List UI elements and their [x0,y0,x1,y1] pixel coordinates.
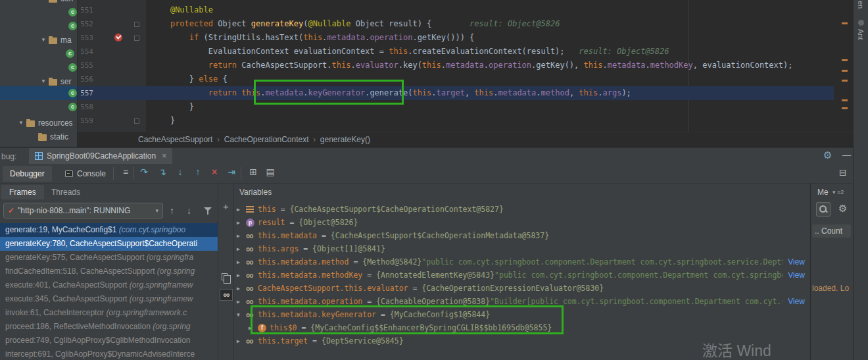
chevron-expanded-icon[interactable]: ▼ [41,37,46,43]
drop-frame-icon[interactable]: × [207,167,222,177]
code-line-553[interactable]: 553 if (StringUtils.hasText(this.metadat… [78,31,834,45]
view-options-icon[interactable]: ≡ [118,167,133,177]
tab-debugger[interactable]: Debugger [3,166,52,182]
code-line-551[interactable]: 551 @Nullable [78,3,834,17]
add-watch-icon[interactable]: + [223,201,229,212]
tree-item-ma[interactable]: ▼ma [0,33,78,47]
thread-selector-dropdown[interactable]: ✓ "http-nio-808...main": RUNNING ▾ [3,203,163,219]
tab-frames[interactable]: Frames [1,185,44,199]
breadcrumb-item-class[interactable]: CacheAspectSupport [138,135,212,144]
tree-item-class-file[interactable]: c [0,47,78,61]
tab-console[interactable]: Console [58,166,113,182]
hide-panel-icon[interactable]: — [842,150,851,160]
variable-name: this [258,205,276,214]
chevron-expanded-icon[interactable]: ▼ [18,120,24,126]
stack-frame[interactable]: findCachedItem:518, CacheAspectSupport (… [0,265,218,278]
frame-package: (org.spring [153,322,190,331]
view-link[interactable]: View [783,270,805,280]
code-line-555[interactable]: 555 return CacheAspectSupport.this.evalu… [78,59,834,72]
variable-row[interactable]: ▶oothis.metadata.method = {Method@5842} … [234,255,810,269]
breadcrumb-item-inner-class[interactable]: CacheOperationContext [212,135,308,144]
breakpoint-icon[interactable] [114,34,122,41]
tool-button-ant[interactable]: Ant [857,29,865,40]
stack-frame[interactable]: generateKey:575, CacheAspectSupport (org… [0,251,218,265]
tree-item-con[interactable]: ▼con [0,0,78,5]
view-link[interactable]: View [783,257,805,267]
expand-arrow-icon[interactable]: ▶ [237,286,246,292]
search-box[interactable] [816,202,831,217]
editor-scrollbar[interactable] [834,0,853,132]
expand-arrow-icon[interactable]: ▶ [237,233,246,239]
previous-frame-icon[interactable]: ↑ [170,205,174,216]
code-line-557[interactable]: 557 return this.metadata.keyGenerator.ge… [78,86,834,100]
expand-arrow-icon[interactable]: ▶ [237,246,246,252]
tree-item-resources[interactable]: ▼resources [0,116,78,130]
code-line-554[interactable]: 554 EvaluationContext evaluationContext … [78,45,834,59]
expand-arrow-icon[interactable]: ▶ [237,272,246,278]
evaluate-expression-icon[interactable]: ⊞ [246,167,260,177]
variable-row[interactable]: ▶oothis.args = {Object[1]@5841} [234,242,810,255]
expand-arrow-icon[interactable]: ▶ [237,259,246,265]
show-execution-point-icon[interactable]: ↷ [137,167,151,177]
fold-marker-icon[interactable] [134,118,139,124]
view-link[interactable]: View [783,297,805,306]
gear-icon[interactable]: ⚙ [838,203,847,215]
step-out-icon[interactable]: ↑ [191,167,205,177]
stack-frame[interactable]: execute:401, CacheAspectSupport (org.spr… [0,278,218,292]
variable-row[interactable]: ▶presult = {Object@5826} [234,216,810,229]
chevron-expanded-icon[interactable]: ▼ [41,78,46,84]
restore-layout-icon[interactable]: ⊟ [839,167,847,178]
variable-row[interactable]: ▶ooCacheAspectSupport.this.evaluator = {… [234,282,810,295]
code-line-556[interactable]: 556 } else { [78,72,834,86]
fold-marker-icon[interactable] [134,22,139,27]
next-frame-icon[interactable]: ↓ [187,205,191,216]
breadcrumb-item-method[interactable]: generateKey() [309,135,370,144]
show-watches-icon[interactable]: oo [220,289,233,301]
stack-frame[interactable]: proceed:749, CglibAopProxy$CglibMethodIn… [0,334,218,347]
variable-row[interactable]: ▼oothis.metadata.keyGenerator = {MyCache… [234,308,810,321]
tab-threads[interactable]: Threads [43,185,88,199]
variable-row[interactable]: ▶fthis$0 = {MyCacheConfig$$EnhancerBySpr… [234,321,810,334]
expand-arrow-icon[interactable]: ▶ [237,338,246,344]
stack-frame[interactable]: generate:19, MyCacheConfig$1 (com.cyt.sp… [0,223,218,237]
stack-frame[interactable]: generateKey:780, CacheAspectSupport$Cach… [0,237,218,251]
tree-item-templa[interactable]: templa [0,143,78,147]
tree-item-class-file[interactable]: c [0,5,78,19]
tool-button-maven[interactable]: en [857,1,865,9]
expand-arrow-icon[interactable]: ▶ [249,325,258,331]
close-icon[interactable]: × [162,151,166,161]
expand-arrow-icon[interactable]: ▶ [237,220,246,226]
tree-item-label: static [50,132,68,141]
tree-item-class-file[interactable]: c [0,86,78,100]
settings-gear-icon[interactable]: ⚙ [823,149,832,161]
expand-arrow-icon[interactable]: ▶ [237,207,246,213]
variable-row[interactable]: ▶oothis.metadata.methodKey = {AnnotatedE… [234,269,810,282]
count-button[interactable]: .. Count [812,224,851,238]
code-line-552[interactable]: 552 protected Object generateKey(@Nullab… [78,17,834,31]
variable-row[interactable]: ▶oothis.metadata.operation = {CacheableO… [234,295,810,308]
copy-icon[interactable] [222,273,228,280]
variable-row[interactable]: ▶this = {CacheAspectSupport$CacheOperati… [234,203,810,216]
tree-item-class-file[interactable]: c [0,61,78,74]
variable-row[interactable]: ▶oothis.metadata = {CacheAspectSupport$C… [234,229,810,242]
tree-item-class-file[interactable]: c [0,19,78,33]
memory-pane-icons[interactable]: ▾ ≡2 [832,189,844,195]
stack-frame[interactable]: proceed:186, ReflectiveMethodInvocation … [0,320,218,334]
stack-frame[interactable]: execute:345, CacheAspectSupport (org.spr… [0,292,218,306]
hide-library-frames-icon[interactable] [204,207,212,215]
debug-session-tab[interactable]: SpringBoot09CacheApplication × [29,148,172,164]
expand-arrow-icon[interactable]: ▼ [237,312,246,318]
step-over-icon[interactable]: ↴ [155,167,170,177]
expand-arrow-icon[interactable]: ▶ [237,299,246,305]
stack-frame[interactable]: intercept:691, CglibAopProxy$DynamicAdvi… [0,347,218,360]
fold-marker-icon[interactable] [134,36,139,41]
chevron-expanded-icon[interactable]: ▼ [41,0,46,1]
stack-frame[interactable]: invoke:61, CacheInterceptor (org.springf… [0,306,218,320]
layout-settings-icon[interactable]: ▤ [263,167,277,177]
tree-item-static[interactable]: static [0,130,78,143]
tree-item-s[interactable]: cS [0,100,78,114]
code-line-558[interactable]: 558 } [78,100,834,114]
code-line-559[interactable]: 559 } [78,114,834,128]
run-to-cursor-icon[interactable]: ⇥ [224,167,239,177]
step-into-icon[interactable]: ↓ [173,167,187,177]
